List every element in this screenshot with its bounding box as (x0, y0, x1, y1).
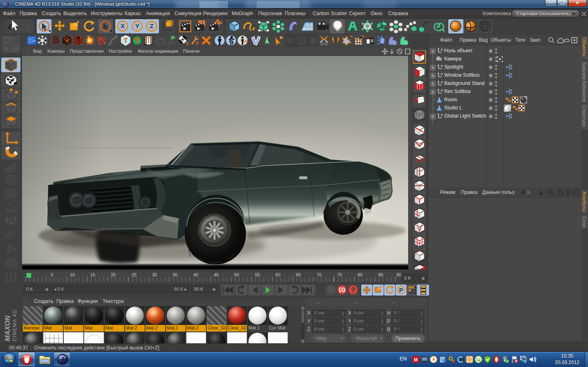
svg-text:?: ? (351, 286, 355, 294)
svg-text:MAXON: MAXON (4, 315, 11, 341)
svg-text:Z: Z (150, 22, 153, 29)
svg-text:?: ? (195, 40, 199, 46)
svg-text:X: X (121, 22, 125, 29)
svg-text:M: M (414, 357, 418, 362)
svg-text:Y: Y (135, 22, 139, 29)
svg-text:P: P (399, 287, 403, 294)
svg-text:?: ? (186, 41, 189, 46)
svg-text:CINEMA 4D: CINEMA 4D (12, 309, 18, 341)
